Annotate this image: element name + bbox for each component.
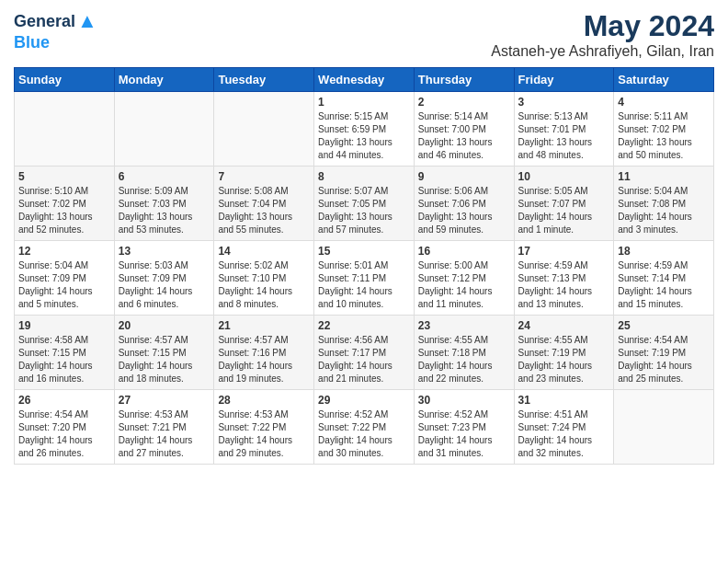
day-number: 13 [119, 245, 210, 258]
header-tuesday: Tuesday [214, 68, 314, 92]
day-info: Sunrise: 4:57 AMSunset: 7:15 PMDaylight:… [119, 334, 210, 385]
day-cell: 16Sunrise: 5:00 AMSunset: 7:12 PMDayligh… [414, 241, 514, 316]
header-wednesday: Wednesday [314, 68, 415, 92]
day-number: 17 [518, 245, 610, 258]
day-info: Sunrise: 5:06 AMSunset: 7:06 PMDaylight:… [418, 185, 510, 236]
logo-general: General [14, 12, 75, 31]
day-cell: 23Sunrise: 4:55 AMSunset: 7:18 PMDayligh… [414, 316, 514, 390]
day-info: Sunrise: 5:07 AMSunset: 7:05 PMDaylight:… [318, 185, 410, 236]
day-info: Sunrise: 5:10 AMSunset: 7:02 PMDaylight:… [18, 185, 110, 236]
day-number: 23 [418, 319, 510, 332]
day-cell: 10Sunrise: 5:05 AMSunset: 7:07 PMDayligh… [514, 167, 614, 241]
day-number: 4 [618, 96, 710, 109]
day-number: 9 [418, 170, 510, 183]
header-saturday: Saturday [614, 68, 714, 92]
day-cell [114, 92, 214, 167]
day-number: 27 [119, 394, 210, 407]
day-cell: 26Sunrise: 4:54 AMSunset: 7:20 PMDayligh… [15, 390, 115, 465]
week-row-2: 5Sunrise: 5:10 AMSunset: 7:02 PMDaylight… [15, 167, 714, 241]
day-info: Sunrise: 5:05 AMSunset: 7:07 PMDaylight:… [518, 185, 610, 236]
day-cell: 27Sunrise: 4:53 AMSunset: 7:21 PMDayligh… [114, 390, 214, 465]
day-info: Sunrise: 4:54 AMSunset: 7:19 PMDaylight:… [618, 334, 710, 385]
day-number: 30 [418, 394, 510, 407]
logo: General ▲ Blue [14, 9, 97, 52]
day-cell: 31Sunrise: 4:51 AMSunset: 7:24 PMDayligh… [514, 390, 614, 465]
month-year: May 2024 [491, 9, 714, 43]
day-number: 6 [119, 170, 210, 183]
header-friday: Friday [514, 68, 614, 92]
day-number: 16 [418, 245, 510, 258]
day-info: Sunrise: 5:03 AMSunset: 7:09 PMDaylight:… [119, 259, 210, 311]
day-cell: 14Sunrise: 5:02 AMSunset: 7:10 PMDayligh… [214, 241, 314, 316]
day-cell: 25Sunrise: 4:54 AMSunset: 7:19 PMDayligh… [614, 316, 714, 390]
day-cell [214, 92, 314, 167]
day-cell: 1Sunrise: 5:15 AMSunset: 6:59 PMDaylight… [314, 92, 415, 167]
day-cell: 2Sunrise: 5:14 AMSunset: 7:00 PMDaylight… [414, 92, 514, 167]
day-info: Sunrise: 4:59 AMSunset: 7:14 PMDaylight:… [618, 259, 710, 311]
day-info: Sunrise: 5:08 AMSunset: 7:04 PMDaylight:… [218, 185, 310, 236]
week-row-3: 12Sunrise: 5:04 AMSunset: 7:09 PMDayligh… [15, 241, 714, 316]
day-number: 31 [518, 394, 610, 407]
day-cell: 30Sunrise: 4:52 AMSunset: 7:23 PMDayligh… [414, 390, 514, 465]
day-info: Sunrise: 4:53 AMSunset: 7:21 PMDaylight:… [119, 408, 210, 460]
day-number: 7 [218, 170, 310, 183]
day-number: 19 [18, 319, 110, 332]
title-section: May 2024 Astaneh-ye Ashrafiyeh, Gilan, I… [491, 9, 714, 60]
day-info: Sunrise: 4:53 AMSunset: 7:22 PMDaylight:… [218, 408, 310, 460]
day-number: 28 [218, 394, 310, 407]
week-row-4: 19Sunrise: 4:58 AMSunset: 7:15 PMDayligh… [15, 316, 714, 390]
header-row: SundayMondayTuesdayWednesdayThursdayFrid… [15, 68, 714, 92]
day-info: Sunrise: 4:52 AMSunset: 7:23 PMDaylight:… [418, 408, 510, 460]
day-number: 25 [618, 319, 710, 332]
day-number: 11 [618, 170, 710, 183]
day-number: 26 [18, 394, 110, 407]
day-cell [15, 92, 115, 167]
day-number: 5 [18, 170, 110, 183]
page: General ▲ Blue May 2024 Astaneh-ye Ashra… [0, 0, 728, 563]
day-cell: 15Sunrise: 5:01 AMSunset: 7:11 PMDayligh… [314, 241, 415, 316]
day-info: Sunrise: 5:11 AMSunset: 7:02 PMDaylight:… [618, 110, 710, 162]
day-cell: 11Sunrise: 5:04 AMSunset: 7:08 PMDayligh… [614, 167, 714, 241]
day-info: Sunrise: 4:59 AMSunset: 7:13 PMDaylight:… [518, 259, 610, 311]
header-sunday: Sunday [15, 68, 115, 92]
day-info: Sunrise: 5:13 AMSunset: 7:01 PMDaylight:… [518, 110, 610, 162]
day-info: Sunrise: 5:00 AMSunset: 7:12 PMDaylight:… [418, 259, 510, 311]
calendar-table: SundayMondayTuesdayWednesdayThursdayFrid… [14, 67, 714, 465]
day-cell: 3Sunrise: 5:13 AMSunset: 7:01 PMDaylight… [514, 92, 614, 167]
day-number: 15 [318, 245, 410, 258]
day-number: 29 [318, 394, 410, 407]
day-info: Sunrise: 5:04 AMSunset: 7:09 PMDaylight:… [18, 259, 110, 311]
day-cell: 9Sunrise: 5:06 AMSunset: 7:06 PMDaylight… [414, 167, 514, 241]
day-cell: 17Sunrise: 4:59 AMSunset: 7:13 PMDayligh… [514, 241, 614, 316]
day-number: 8 [318, 170, 410, 183]
day-info: Sunrise: 4:57 AMSunset: 7:16 PMDaylight:… [218, 334, 310, 385]
day-info: Sunrise: 5:09 AMSunset: 7:03 PMDaylight:… [119, 185, 210, 236]
day-info: Sunrise: 5:04 AMSunset: 7:08 PMDaylight:… [618, 185, 710, 236]
day-cell: 13Sunrise: 5:03 AMSunset: 7:09 PMDayligh… [114, 241, 214, 316]
day-cell: 7Sunrise: 5:08 AMSunset: 7:04 PMDaylight… [214, 167, 314, 241]
day-info: Sunrise: 5:02 AMSunset: 7:10 PMDaylight:… [218, 259, 310, 311]
week-row-5: 26Sunrise: 4:54 AMSunset: 7:20 PMDayligh… [15, 390, 714, 465]
day-info: Sunrise: 4:51 AMSunset: 7:24 PMDaylight:… [518, 408, 610, 460]
day-number: 14 [218, 245, 310, 258]
day-number: 22 [318, 319, 410, 332]
day-info: Sunrise: 4:56 AMSunset: 7:17 PMDaylight:… [318, 334, 410, 385]
logo-icon: ▲ [77, 9, 97, 33]
day-cell: 6Sunrise: 5:09 AMSunset: 7:03 PMDaylight… [114, 167, 214, 241]
day-cell: 18Sunrise: 4:59 AMSunset: 7:14 PMDayligh… [614, 241, 714, 316]
day-info: Sunrise: 5:14 AMSunset: 7:00 PMDaylight:… [418, 110, 510, 162]
day-info: Sunrise: 4:52 AMSunset: 7:22 PMDaylight:… [318, 408, 410, 460]
day-number: 10 [518, 170, 610, 183]
day-cell: 28Sunrise: 4:53 AMSunset: 7:22 PMDayligh… [214, 390, 314, 465]
day-info: Sunrise: 5:15 AMSunset: 6:59 PMDaylight:… [318, 110, 410, 162]
day-cell: 8Sunrise: 5:07 AMSunset: 7:05 PMDaylight… [314, 167, 415, 241]
location: Astaneh-ye Ashrafiyeh, Gilan, Iran [491, 43, 714, 60]
day-cell [614, 390, 714, 465]
day-number: 18 [618, 245, 710, 258]
day-cell: 12Sunrise: 5:04 AMSunset: 7:09 PMDayligh… [15, 241, 115, 316]
day-cell: 20Sunrise: 4:57 AMSunset: 7:15 PMDayligh… [114, 316, 214, 390]
day-number: 3 [518, 96, 610, 109]
day-cell: 5Sunrise: 5:10 AMSunset: 7:02 PMDaylight… [15, 167, 115, 241]
day-number: 20 [119, 319, 210, 332]
day-info: Sunrise: 4:55 AMSunset: 7:18 PMDaylight:… [418, 334, 510, 385]
